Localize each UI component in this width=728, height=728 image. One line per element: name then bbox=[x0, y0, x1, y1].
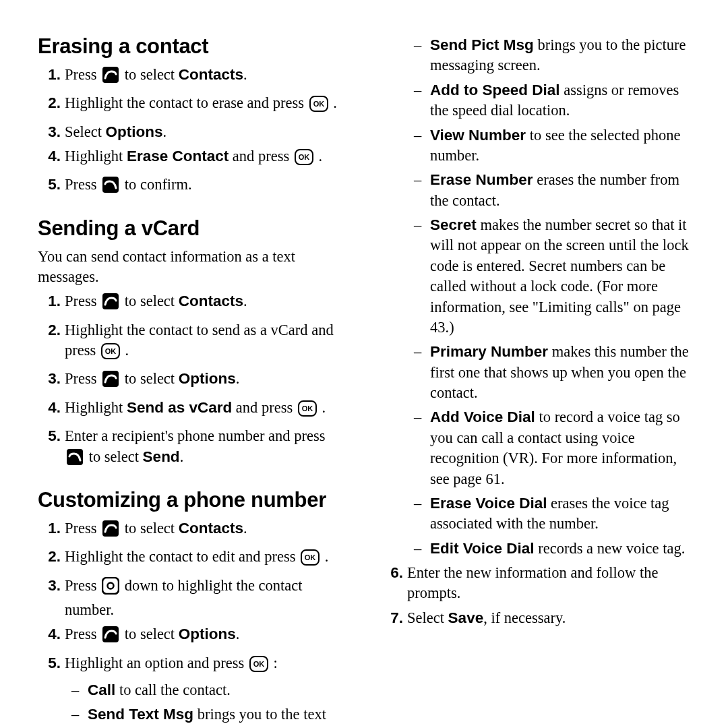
list-item: Press to select Contacts. bbox=[65, 518, 348, 543]
heading-vcard: Sending a vCard bbox=[38, 214, 348, 243]
manual-page: Erasing a contact Press to select Contac… bbox=[0, 0, 728, 728]
erase-steps: Press to select Contacts. Highlight the … bbox=[38, 65, 348, 200]
list-item: Press down to highlight the contact numb… bbox=[65, 576, 348, 621]
list-item: Highlight Send as vCard and press . bbox=[65, 398, 348, 422]
list-item: Call to call the contact. bbox=[88, 680, 348, 700]
heading-customizing: Customizing a phone number bbox=[38, 486, 348, 514]
list-item: Highlight the contact to send as a vCard… bbox=[65, 320, 348, 365]
list-item: Press to confirm. bbox=[65, 175, 348, 199]
list-item: Highlight an option and press : Call to … bbox=[65, 653, 348, 728]
ok-key-icon bbox=[295, 149, 313, 171]
custom-steps-a: Press to select Contacts. Highlight the … bbox=[38, 518, 348, 728]
softkey-left-icon bbox=[102, 520, 119, 543]
vcard-intro: You can send contact information as a te… bbox=[38, 247, 348, 288]
list-item: Press to select Options. bbox=[65, 369, 348, 393]
list-item: Press to select Contacts. bbox=[65, 291, 348, 315]
ok-key-icon bbox=[301, 549, 320, 571]
list-item: Highlight the contact to edit and press … bbox=[65, 547, 348, 571]
list-item: Secret makes the number secret so that i… bbox=[430, 215, 690, 338]
ok-key-icon bbox=[249, 656, 268, 677]
list-item: Add to Speed Dial assigns or removes the… bbox=[430, 80, 690, 121]
softkey-left-icon bbox=[102, 370, 119, 393]
list-item: Add Voice Dial to record a voice tag so … bbox=[430, 407, 690, 489]
two-column-layout: Erasing a contact Press to select Contac… bbox=[38, 32, 690, 728]
nav-key-icon bbox=[102, 577, 119, 600]
custom-options-a: Call to call the contact. Send Text Msg … bbox=[65, 680, 348, 728]
list-item: Edit Voice Dial records a new voice tag. bbox=[430, 539, 690, 559]
ok-key-icon bbox=[101, 343, 120, 365]
list-item: Primary Number makes this number the fir… bbox=[430, 342, 690, 403]
custom-steps-b: Enter the new information and follow the… bbox=[380, 563, 690, 628]
ok-key-icon bbox=[309, 96, 328, 117]
list-item: Send Pict Msg brings you to the picture … bbox=[430, 35, 690, 76]
list-item: Highlight Erase Contact and press . bbox=[65, 146, 348, 171]
heading-erasing: Erasing a contact bbox=[38, 32, 348, 61]
list-item: Select Options. bbox=[65, 122, 348, 142]
softkey-right-icon bbox=[102, 176, 119, 199]
list-item: Erase Voice Dial erases the voice tag as… bbox=[430, 493, 690, 535]
list-item: Press to select Options. bbox=[65, 624, 348, 648]
custom-options-b: Send Pict Msg brings you to the picture … bbox=[380, 35, 690, 559]
vcard-steps: Press to select Contacts. Highlight the … bbox=[38, 291, 348, 471]
softkey-left-icon bbox=[102, 293, 119, 315]
list-item: Highlight the contact to erase and press… bbox=[65, 93, 348, 117]
list-item: View Number to see the selected phone nu… bbox=[430, 125, 690, 166]
softkey-left-icon bbox=[102, 626, 119, 648]
softkey-right-icon bbox=[66, 448, 84, 471]
list-item: Enter the new information and follow the… bbox=[407, 563, 690, 604]
list-item: Enter a recipient's phone number and pre… bbox=[65, 426, 348, 471]
ok-key-icon bbox=[298, 400, 317, 422]
softkey-left-icon bbox=[102, 66, 119, 89]
list-item: Select Save, if necessary. bbox=[407, 608, 690, 628]
list-item: Erase Number erases the number from the … bbox=[430, 170, 690, 211]
list-item: Send Text Msg brings you to the text mes… bbox=[88, 704, 348, 728]
right-column: Send Pict Msg brings you to the picture … bbox=[380, 32, 690, 728]
left-column: Erasing a contact Press to select Contac… bbox=[38, 32, 348, 728]
list-item: Press to select Contacts. bbox=[65, 65, 348, 89]
